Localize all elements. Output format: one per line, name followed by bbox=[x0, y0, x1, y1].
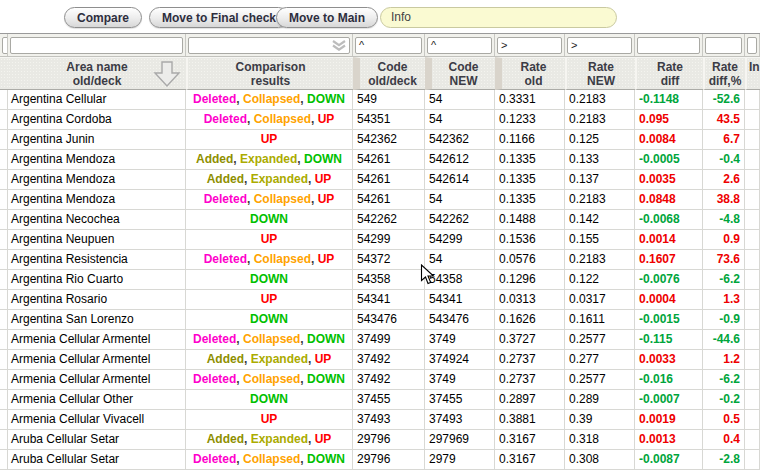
table-row[interactable]: Argentina San Lorenzo DOWN 543476 543476… bbox=[0, 310, 760, 330]
column-header-rate-diff-pct[interactable]: Rate diff,% bbox=[703, 57, 745, 90]
column-header-info[interactable]: In bbox=[745, 57, 760, 90]
table-row[interactable]: Argentina Rio Cuarto DOWN 54358 54358 0.… bbox=[0, 270, 760, 290]
table-row[interactable]: Armenia Cellular Vivacell UP 37493 37493… bbox=[0, 410, 760, 430]
filter-input-rate-diff[interactable] bbox=[637, 37, 700, 54]
header-line: old/deck bbox=[360, 74, 425, 88]
filter-row: ^ ^ > > bbox=[0, 34, 760, 57]
column-header-rate-new[interactable]: Rate NEW bbox=[565, 57, 635, 90]
cell-info bbox=[745, 110, 760, 130]
cell-area-name: Argentina Cellular bbox=[8, 90, 186, 110]
cell-code-old: 54358 bbox=[353, 270, 425, 290]
filter-input-code-new[interactable]: ^ bbox=[427, 37, 492, 54]
column-header-code-new[interactable]: Code NEW bbox=[425, 57, 495, 90]
cell-rate-new: 0.2183 bbox=[565, 110, 635, 130]
table-row[interactable]: Argentina Mendoza Added, Expanded, DOWN … bbox=[0, 150, 760, 170]
comparison-flag-down: DOWN bbox=[307, 92, 345, 106]
filter-input-rate-new[interactable]: > bbox=[567, 37, 632, 54]
filter-input-info[interactable] bbox=[747, 37, 757, 54]
column-header-rate-old[interactable]: Rate old bbox=[495, 57, 565, 90]
table-row[interactable]: Argentina Neupuen UP 54299 54299 0.1536 … bbox=[0, 230, 760, 250]
filter-cell-sliver bbox=[0, 34, 8, 56]
cell-rate-diff-pct: -52.6 bbox=[703, 90, 745, 110]
comparison-flag-up: UP bbox=[261, 412, 278, 426]
filter-input-rate-old[interactable]: > bbox=[497, 37, 562, 54]
table-row[interactable]: Aruba Cellular Setar Added, Expanded, UP… bbox=[0, 430, 760, 450]
chevron-down-icon[interactable] bbox=[331, 40, 347, 51]
header-line: Code bbox=[360, 60, 425, 74]
comparison-flag-up: UP bbox=[315, 172, 332, 186]
cell-code-new: 297969 bbox=[425, 430, 495, 450]
cell-sliver bbox=[0, 170, 8, 190]
column-header-code-old[interactable]: Code old/deck bbox=[353, 57, 425, 90]
cell-comparison-results: UP bbox=[186, 130, 353, 150]
comparison-flag-down: DOWN bbox=[307, 452, 345, 466]
cell-rate-old: 0.1335 bbox=[495, 170, 565, 190]
move-to-final-check-button[interactable]: Move to Final check bbox=[149, 7, 289, 28]
table-row[interactable]: Argentina Cellular Deleted, Collapsed, D… bbox=[0, 90, 760, 110]
column-header-area-name[interactable]: Area name old/deck bbox=[8, 57, 186, 90]
cell-rate-diff: 0.0004 bbox=[635, 290, 703, 310]
comparison-flag-expanded: Expanded bbox=[251, 352, 308, 366]
cell-code-old: 54261 bbox=[353, 150, 425, 170]
cell-rate-new: 0.122 bbox=[565, 270, 635, 290]
cell-rate-new: 0.142 bbox=[565, 210, 635, 230]
cell-info bbox=[745, 410, 760, 430]
cell-rate-diff-pct: -4.8 bbox=[703, 210, 745, 230]
cell-area-name: Aruba Cellular Setar bbox=[8, 430, 186, 450]
cell-rate-diff-pct: 43.5 bbox=[703, 110, 745, 130]
cell-code-new: 374924 bbox=[425, 350, 495, 370]
table-row[interactable]: Argentina Mendoza Added, Expanded, UP 54… bbox=[0, 170, 760, 190]
table-row[interactable]: Argentina Resistencia Deleted, Collapsed… bbox=[0, 250, 760, 270]
move-to-main-button[interactable]: Move to Main bbox=[276, 7, 378, 28]
table-row[interactable]: Argentina Junin UP 542362 542362 0.1166 … bbox=[0, 130, 760, 150]
cell-sliver bbox=[0, 270, 8, 290]
filter-input-comparison[interactable] bbox=[188, 37, 350, 54]
cell-sliver bbox=[0, 190, 8, 210]
cell-info bbox=[745, 250, 760, 270]
cell-comparison-results: DOWN bbox=[186, 210, 353, 230]
comparison-flag-deleted: Deleted bbox=[204, 192, 247, 206]
cell-rate-old: 0.3167 bbox=[495, 430, 565, 450]
compare-button[interactable]: Compare bbox=[64, 7, 142, 28]
comparison-flag-up: UP bbox=[315, 352, 332, 366]
filter-input-code-old[interactable]: ^ bbox=[355, 37, 422, 54]
info-input[interactable]: Info bbox=[380, 7, 617, 28]
cell-rate-diff-pct: 1.2 bbox=[703, 350, 745, 370]
filter-cell-rate-diff-pct bbox=[703, 34, 745, 56]
column-header-rate-diff[interactable]: Rate diff bbox=[635, 57, 703, 90]
cell-comparison-results: Deleted, Collapsed, UP bbox=[186, 250, 353, 270]
table-row[interactable]: Armenia Cellular Armentel Added, Expande… bbox=[0, 350, 760, 370]
cell-rate-old: 0.3331 bbox=[495, 90, 565, 110]
table-row[interactable]: Aruba Cellular Setar Deleted, Collapsed,… bbox=[0, 450, 760, 470]
cell-code-old: 37492 bbox=[353, 350, 425, 370]
cell-rate-diff-pct: 0.5 bbox=[703, 410, 745, 430]
table-row[interactable]: Argentina Cordoba Deleted, Collapsed, UP… bbox=[0, 110, 760, 130]
cell-rate-new: 0.0317 bbox=[565, 290, 635, 310]
cell-info bbox=[745, 390, 760, 410]
table-row[interactable]: Argentina Necochea DOWN 542262 542262 0.… bbox=[0, 210, 760, 230]
filter-input-area-name[interactable] bbox=[10, 37, 183, 54]
table-row[interactable]: Armenia Cellular Other DOWN 37455 37455 … bbox=[0, 390, 760, 410]
cell-rate-new: 0.1611 bbox=[565, 310, 635, 330]
cell-rate-diff-pct: 0.9 bbox=[703, 230, 745, 250]
cell-sliver bbox=[0, 410, 8, 430]
table-row[interactable]: Armenia Cellular Armentel Deleted, Colla… bbox=[0, 370, 760, 390]
cell-rate-old: 0.2737 bbox=[495, 370, 565, 390]
filter-cell-area-name bbox=[8, 34, 186, 56]
table-row[interactable]: Argentina Mendoza Deleted, Collapsed, UP… bbox=[0, 190, 760, 210]
column-header-comparison-results[interactable]: Comparison results bbox=[186, 57, 353, 90]
table-row[interactable]: Argentina Rosario UP 54341 54341 0.0313 … bbox=[0, 290, 760, 310]
cell-code-new: 54 bbox=[425, 90, 495, 110]
comparison-flag-collapsed: Collapsed bbox=[243, 332, 300, 346]
cell-info bbox=[745, 190, 760, 210]
cell-comparison-results: Deleted, Collapsed, DOWN bbox=[186, 90, 353, 110]
cell-area-name: Armenia Cellular Armentel bbox=[8, 370, 186, 390]
filter-input-rate-diff-pct[interactable] bbox=[705, 37, 742, 54]
header-line: diff bbox=[637, 74, 703, 88]
filter-cell-rate-old: > bbox=[495, 34, 565, 56]
cell-rate-diff-pct: -44.6 bbox=[703, 330, 745, 350]
cell-code-new: 542614 bbox=[425, 170, 495, 190]
cell-rate-new: 0.308 bbox=[565, 450, 635, 470]
cell-sliver bbox=[0, 250, 8, 270]
table-row[interactable]: Armenia Cellular Armentel Deleted, Colla… bbox=[0, 330, 760, 350]
